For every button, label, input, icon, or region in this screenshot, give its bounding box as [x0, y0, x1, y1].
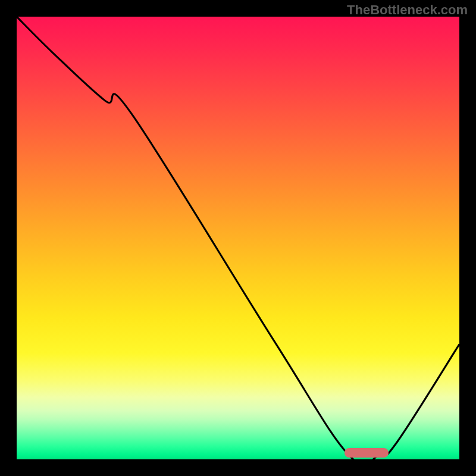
plot-area — [17, 17, 459, 459]
watermark-text: TheBottleneck.com — [347, 2, 468, 18]
curve-path — [17, 17, 459, 459]
optimum-marker — [345, 448, 389, 458]
curve-line — [17, 17, 459, 459]
